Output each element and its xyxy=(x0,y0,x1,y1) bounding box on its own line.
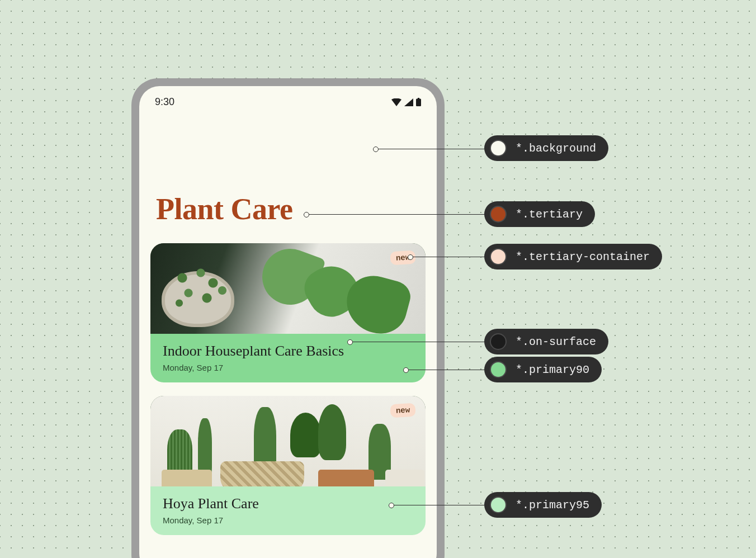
card-footer: Hoya Plant Care Monday, Sep 17 xyxy=(150,486,426,535)
status-time: 9:30 xyxy=(155,96,174,108)
annotation-pill: *.primary95 xyxy=(484,492,602,518)
leader-line xyxy=(350,342,485,342)
color-swatch xyxy=(490,140,507,157)
phone-frame: 9:30 Plant Care new Indoor Houseplant Ca… xyxy=(131,78,445,558)
annotation-pill: *.tertiary-container xyxy=(484,244,662,269)
article-card[interactable]: new Hoya Plant Care Monday, Sep 17 xyxy=(150,396,426,535)
color-swatch xyxy=(490,206,507,223)
phone-screen: 9:30 Plant Care new Indoor Houseplant Ca… xyxy=(139,86,437,558)
battery-icon xyxy=(416,98,421,106)
leader-line xyxy=(376,149,485,149)
annotation-label: *.primary95 xyxy=(516,499,589,512)
annotation-pill: *.on-surface xyxy=(484,329,608,354)
page-title: Plant Care xyxy=(139,108,437,238)
article-card[interactable]: new Indoor Houseplant Care Basics Monday… xyxy=(150,243,426,382)
annotation-pill: *.tertiary xyxy=(484,201,595,227)
status-icons xyxy=(391,98,421,106)
annotation-pill: *.primary90 xyxy=(484,357,602,382)
card-date: Monday, Sep 17 xyxy=(163,516,413,525)
leader-line xyxy=(306,214,485,215)
leader-line xyxy=(406,370,485,370)
svg-rect-1 xyxy=(418,98,419,99)
annotation-label: *.tertiary xyxy=(516,208,583,221)
svg-rect-0 xyxy=(416,99,421,107)
leader-line xyxy=(410,257,485,257)
card-image: new xyxy=(150,243,426,334)
annotation-label: *.tertiary-container xyxy=(516,250,650,263)
status-bar: 9:30 xyxy=(139,86,437,108)
color-swatch xyxy=(490,361,507,378)
color-swatch xyxy=(490,248,507,265)
card-image: new xyxy=(150,396,426,486)
annotation-pill: *.background xyxy=(484,135,608,161)
annotation-label: *.background xyxy=(516,142,596,155)
color-swatch xyxy=(490,333,507,350)
annotation-label: *.primary90 xyxy=(516,363,589,376)
annotation-label: *.on-surface xyxy=(516,335,596,348)
wifi-icon xyxy=(391,98,401,106)
leader-line xyxy=(391,505,485,505)
new-badge: new xyxy=(390,403,415,418)
card-date: Monday, Sep 17 xyxy=(163,363,413,372)
card-title: Hoya Plant Care xyxy=(163,495,413,512)
signal-icon xyxy=(404,98,413,106)
card-title: Indoor Houseplant Care Basics xyxy=(163,343,413,360)
color-swatch xyxy=(490,496,507,513)
